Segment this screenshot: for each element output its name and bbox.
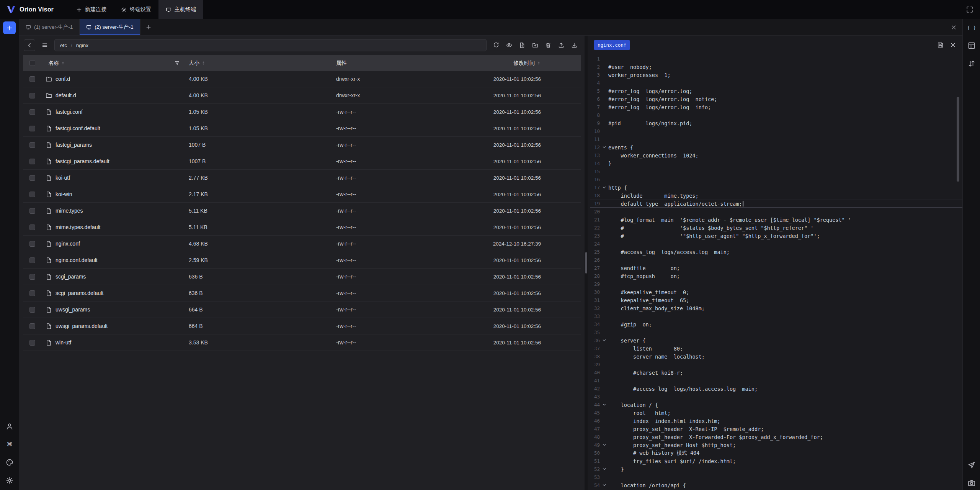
file-row-win-utf[interactable]: win-utf3.53 KB-rw-r--r--2020-11-01 10:02…: [23, 334, 581, 351]
code-line-46[interactable]: 46 index index.html index.htm;: [590, 417, 962, 425]
delete-button[interactable]: [542, 39, 554, 51]
file-row-fastcgi_params[interactable]: fastcgi_params1007 B-rw-r--r--2020-11-01…: [23, 137, 581, 153]
code-line-45[interactable]: 45 root html;: [590, 409, 962, 417]
code-line-43[interactable]: 43: [590, 393, 962, 401]
braces-button[interactable]: [968, 24, 975, 31]
file-name[interactable]: conf.d: [56, 76, 70, 82]
menu-item-terminal-settings[interactable]: 终端设置: [114, 0, 158, 19]
sort-icon[interactable]: [61, 61, 65, 66]
file-row-fastcgi_params.default[interactable]: fastcgi_params.default1007 B-rw-r--r--20…: [23, 153, 581, 170]
open-file-tag[interactable]: nginx.conf: [594, 40, 630, 50]
code-line-51[interactable]: 51 try_files $uri $uri/ /index.html;: [590, 457, 962, 465]
code-line-53[interactable]: 53: [590, 473, 962, 481]
code-line-28[interactable]: 28 #tcp_nopush on;: [590, 272, 962, 280]
file-row-nginx.conf[interactable]: nginx.conf4.68 KB-rw-r--r--2024-12-10 16…: [23, 236, 581, 252]
close-panel-button[interactable]: [945, 19, 962, 35]
name-filter-button[interactable]: [175, 61, 180, 66]
column-header-mtime[interactable]: 修改时间: [513, 60, 535, 67]
file-row-conf.d[interactable]: conf.d4.00 KBdrwxr-xr-x2020-11-01 10:02:…: [23, 71, 581, 87]
breadcrumb-segment-etc[interactable]: etc: [60, 43, 67, 48]
refresh-button[interactable]: [490, 39, 502, 51]
code-line-26[interactable]: 26: [590, 256, 962, 264]
file-name[interactable]: mime.types: [56, 208, 83, 214]
save-file-button[interactable]: [937, 42, 944, 48]
select-all-checkbox[interactable]: [29, 60, 35, 66]
row-checkbox[interactable]: [29, 76, 35, 82]
panel-splitter[interactable]: [585, 36, 588, 490]
code-line-35[interactable]: 35: [590, 328, 962, 336]
terminal-tab-1[interactable]: (1) server-生产-1: [19, 19, 80, 35]
close-editor-button[interactable]: [950, 42, 956, 48]
code-line-34[interactable]: 34 #gzip on;: [590, 320, 962, 328]
code-line-8[interactable]: 8: [590, 111, 962, 119]
code-line-1[interactable]: 1: [590, 55, 962, 63]
quick-new-connection-button[interactable]: [3, 21, 16, 34]
new-file-button[interactable]: [516, 39, 528, 51]
row-checkbox[interactable]: [29, 93, 35, 98]
code-line-7[interactable]: 7#error_log logs/error.log info;: [590, 103, 962, 111]
row-checkbox[interactable]: [29, 257, 35, 263]
row-checkbox[interactable]: [29, 241, 35, 247]
download-button[interactable]: [568, 39, 580, 51]
file-name[interactable]: koi-win: [56, 191, 72, 197]
code-line-17[interactable]: 17http {: [590, 184, 962, 192]
row-checkbox[interactable]: [29, 142, 35, 148]
row-checkbox[interactable]: [29, 109, 35, 115]
code-line-14[interactable]: 14}: [590, 159, 962, 167]
file-name[interactable]: fastcgi.conf: [56, 109, 83, 115]
code-line-32[interactable]: 32 client_max_body_size 1048m;: [590, 304, 962, 312]
code-line-13[interactable]: 13 worker_connections 1024;: [590, 151, 962, 159]
code-line-2[interactable]: 2#user nobody;: [590, 63, 962, 71]
column-header-name[interactable]: 名称: [48, 60, 59, 67]
file-row-default.d[interactable]: default.d4.00 KBdrwxr-xr-x2020-11-01 10:…: [23, 87, 581, 104]
swap-button[interactable]: [968, 60, 975, 67]
code-line-37[interactable]: 37 listen 80;: [590, 344, 962, 352]
upload-button[interactable]: [555, 39, 567, 51]
row-checkbox[interactable]: [29, 175, 35, 181]
code-lines[interactable]: 12#user nobody;3worker_processes 1;45#er…: [588, 54, 962, 490]
fold-toggle[interactable]: [600, 483, 608, 487]
code-line-23[interactable]: 23 # '"$http_user_agent" "$http_x_forwar…: [590, 232, 962, 240]
breadcrumb[interactable]: etc/nginx: [54, 39, 487, 51]
code-line-22[interactable]: 22 # '$status $body_bytes_sent "$http_re…: [590, 224, 962, 232]
user-button[interactable]: [6, 423, 13, 430]
code-line-18[interactable]: 18 include mime.types;: [590, 192, 962, 200]
file-name[interactable]: fastcgi_params.default: [56, 158, 109, 164]
code-line-25[interactable]: 25 #access_log logs/access.log main;: [590, 248, 962, 256]
menu-item-host-terminal[interactable]: 主机终端: [158, 0, 203, 19]
row-checkbox[interactable]: [29, 225, 35, 230]
code-line-9[interactable]: 9#pid logs/nginx.pid;: [590, 119, 962, 127]
code-line-42[interactable]: 42 #access_log logs/host.access.log main…: [590, 385, 962, 393]
code-line-31[interactable]: 31 keepalive_timeout 65;: [590, 296, 962, 304]
row-checkbox[interactable]: [29, 126, 35, 131]
file-name[interactable]: default.d: [56, 92, 76, 98]
file-row-koi-win[interactable]: koi-win2.17 KB-rw-r--r--2020-11-01 10:02…: [23, 186, 581, 203]
file-row-nginx.conf.default[interactable]: nginx.conf.default2.59 KB-rw-r--r--2020-…: [23, 252, 581, 269]
code-line-47[interactable]: 47 proxy_set_header X-Real-IP $remote_ad…: [590, 425, 962, 433]
code-line-48[interactable]: 48 proxy_set_header X-Forwarded-For $pro…: [590, 433, 962, 441]
toggle-hidden-button[interactable]: [503, 39, 515, 51]
code-line-54[interactable]: 54 location /orion/api {: [590, 481, 962, 489]
terminal-tab-2[interactable]: (2) server-生产-1: [80, 19, 140, 35]
editor-scrollbar[interactable]: [957, 97, 959, 182]
file-row-koi-utf[interactable]: koi-utf2.77 KB-rw-r--r--2020-11-01 10:02…: [23, 170, 581, 186]
column-header-size[interactable]: 大小: [189, 60, 199, 67]
gear-button[interactable]: [6, 477, 13, 484]
sort-icon[interactable]: [537, 61, 541, 66]
code-line-6[interactable]: 6#error_log logs/error.log notice;: [590, 95, 962, 103]
code-line-30[interactable]: 30 #keepalive_timeout 0;: [590, 288, 962, 296]
fold-toggle[interactable]: [600, 185, 608, 190]
add-tab-button[interactable]: [140, 19, 157, 35]
code-line-11[interactable]: 11: [590, 135, 962, 143]
code-line-20[interactable]: 20: [590, 208, 962, 216]
file-row-mime.types[interactable]: mime.types5.11 KB-rw-r--r--2020-11-01 10…: [23, 203, 581, 219]
fold-toggle[interactable]: [600, 145, 608, 149]
code-line-50[interactable]: 50 # web history 模式 404: [590, 449, 962, 457]
file-row-mime.types.default[interactable]: mime.types.default5.11 KB-rw-r--r--2020-…: [23, 219, 581, 236]
code-line-27[interactable]: 27 sendfile on;: [590, 264, 962, 272]
code-line-40[interactable]: 40 #charset koi8-r;: [590, 369, 962, 377]
row-checkbox[interactable]: [29, 340, 35, 346]
file-name[interactable]: fastcgi.conf.default: [56, 125, 100, 131]
code-line-29[interactable]: 29: [590, 280, 962, 288]
grid-button[interactable]: [968, 42, 975, 49]
